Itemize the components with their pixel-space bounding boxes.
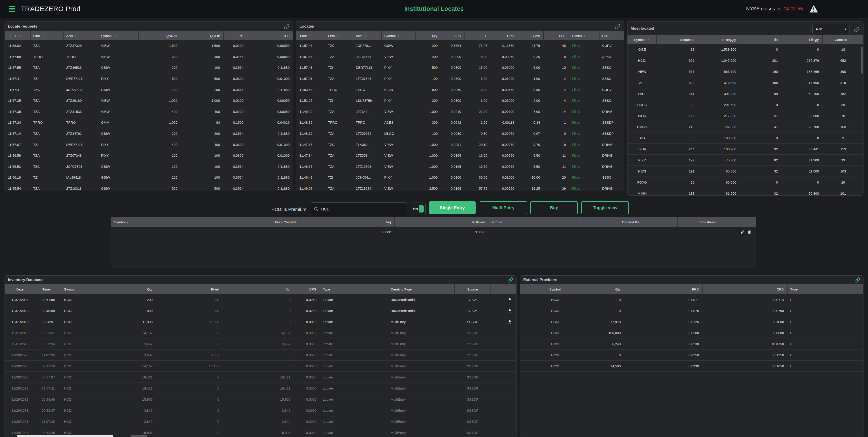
column-header-status[interactable]: Status (569, 31, 599, 40)
premium-on-toggle[interactable]: ON (411, 202, 426, 215)
column-header-cps[interactable]: CPS (491, 31, 518, 40)
table-row[interactable]: 11:49:20TZA2TZ340...VIEW1,0000.021021.00… (296, 106, 624, 117)
download-icon[interactable] (507, 319, 512, 324)
table-row[interactable]: 11:57:41TZIDER77113PIXY5005000.03000.010… (5, 73, 293, 84)
column-header-cost[interactable]: Cost (518, 31, 544, 40)
table-row[interactable]: VIEW567663,700190188,466390 (627, 66, 863, 77)
column-header-time[interactable]: Time↓ (296, 31, 325, 40)
column-header-type[interactable]: Type (787, 284, 864, 294)
column-header-symbol[interactable]: Symbol (627, 35, 657, 44)
link-icon[interactable] (284, 24, 289, 29)
table-row[interactable]: CMND215122,8004728,700168 (627, 121, 863, 132)
table-row[interactable]: HCDI6,2400.02300.01150L (520, 338, 863, 349)
table-row[interactable]: 11:56:19TZIIAL99418GSIW1001000.35640.118… (5, 172, 293, 183)
column-header-firm[interactable]: Firm (31, 31, 64, 40)
column-header-created-by[interactable]: Created By (583, 217, 678, 227)
vertical-scrollbar-thumb[interactable] (861, 46, 863, 74)
filter-funnel-icon[interactable] (647, 38, 650, 41)
table-row[interactable]: 12/01/202302:38:51HCDI11,90811,90800.000… (5, 316, 516, 327)
column-header-acct[interactable]: Acct (353, 31, 381, 40)
link-icon[interactable] (615, 24, 620, 29)
column-header-price-override[interactable]: Price Override (206, 217, 301, 227)
table-row[interactable]: SDA9103,000009 (627, 132, 863, 144)
column-header-reqqty[interactable]: ↓ReqQty (698, 35, 740, 44)
filter-funnel-icon[interactable] (613, 34, 616, 37)
column-header-symbol[interactable]: Symbol (61, 284, 88, 294)
download-icon[interactable] (507, 297, 512, 302)
table-row[interactable]: 11:56:53TZCJOP27823GSIW1001000.35640.118… (5, 161, 293, 172)
column-header-fillqty[interactable]: FillQty (781, 35, 823, 44)
column-header-fps[interactable]: FPS (223, 31, 247, 40)
table-row[interactable]: 12/01/202309:51:55HCDI20020000.0250Locat… (5, 294, 516, 305)
table-row[interactable]: 11:57:43TZIDER77113PIXY5000.030015.000.0… (296, 62, 624, 73)
column-header-symbol[interactable]: Symbol (381, 31, 416, 40)
link-icon[interactable] (855, 277, 860, 283)
table-row[interactable]: 12/01/202300:33:56HCDI3,60703,6070.0000L… (5, 338, 516, 349)
column-header-firm-id[interactable]: Firm Id (489, 217, 583, 227)
link-icon[interactable] (854, 27, 860, 32)
column-header-cps[interactable]: CPS (294, 284, 320, 294)
column-header-timestamp[interactable]: Timestamp (678, 217, 737, 227)
table-row[interactable]: 11:48:19TZA2TZ06552MLGO1000.00300.300.00… (296, 128, 624, 139)
filter-funnel-icon[interactable] (41, 34, 44, 37)
table-row[interactable]: ALT800313,800485214,600315 (627, 77, 863, 88)
download-icon[interactable] (507, 308, 512, 313)
table-row[interactable]: 11:57:44TZA2TZ31533VIEW4000.02008.000.00… (296, 51, 624, 62)
table-row[interactable]: 11/30/202311:01:36HCDI3,6073,60700.0000L… (5, 349, 516, 361)
table-row[interactable]: HCDI17,9780.01250.01000L (520, 316, 863, 327)
table-row[interactable]: 11:57:14TZA2TZ34762GSIW2002000.35640.118… (5, 128, 293, 139)
filter-funnel-icon[interactable] (583, 34, 586, 37)
table-row[interactable]: 11:51:25TZILSU78756PIXY2000.03006.000.01… (296, 95, 624, 106)
column-header-time[interactable]: Time↓ (35, 284, 61, 294)
buy-button[interactable]: Buy (530, 201, 578, 214)
table-row[interactable]: 11:58:02TZA2TZ37329VIEW1,5001,5000.02000… (5, 40, 293, 51)
table-row[interactable]: 11/29/202307:57:41HCDI18,421018,4210.000… (5, 383, 516, 394)
table-row[interactable]: 11:47:34TZA2TZ053...VIEW1,0000.016516.50… (296, 150, 624, 161)
symbol-search-input[interactable] (321, 207, 403, 212)
table-row[interactable]: HCDI00.00710.00714L (520, 294, 863, 305)
column-header-qtyreq[interactable]: QtyReq (138, 31, 181, 40)
column-header-qty[interactable]: Qty (416, 31, 441, 40)
table-row[interactable]: 12/01/202300:33:57HCDI14,197014,1970.000… (5, 327, 516, 338)
table-row[interactable]: 11/28/202311:07:25HCDI3,84203,8420.0000L… (5, 416, 516, 427)
single-entry-button[interactable]: Single Entry (429, 201, 475, 214)
table-row[interactable]: 11:57:24TPROTPROGMM1,000930.15060.04016 (5, 117, 293, 128)
table-row[interactable]: 11:57:55TZA2TZ36533GSIW1001000.35640.118… (5, 62, 293, 73)
table-row[interactable]: HCDI00.02500.01250L (520, 349, 863, 361)
column-header-fps[interactable]: ↑FPS (624, 284, 703, 294)
link-icon[interactable] (507, 277, 513, 283)
horizontal-scrollbar-thumb[interactable] (17, 435, 113, 437)
table-row[interactable]: 11:46:57TZA2TZ19703VIEW1,0000.016516.500… (296, 161, 624, 172)
table-row[interactable]: 11:47:53TZCTLA382...VIEW1,0000.029129.10… (296, 139, 624, 150)
table-row[interactable]: 11:57:41TZCJOP27823GSIW2002000.35640.118… (5, 84, 293, 95)
column-header-symbol[interactable]: Symbol↑ (111, 217, 206, 227)
table-row[interactable]: 11:53:53TPROTPROELAB5000.00603.000.00160… (296, 84, 624, 95)
filter-funnel-icon[interactable] (364, 34, 367, 37)
column-header-fee[interactable]: FEE (465, 31, 491, 40)
table-row[interactable]: MINM13361,0003220,800101 (627, 188, 863, 195)
column-header-fps[interactable]: FPS (441, 31, 465, 40)
table-row[interactable]: HCDI14,5000.03300.01650L (520, 361, 863, 372)
table-row[interactable]: 11/29/202300:39:48HCDI15,906015,9060.000… (5, 394, 516, 405)
column-header-vig[interactable]: Vig (301, 217, 395, 227)
table-row[interactable]: 11/30/202300:37:07HCDI18,421018,4210.000… (5, 372, 516, 383)
table-row[interactable]: BIOR126217,0005782,50070 (627, 110, 863, 121)
table-row[interactable]: FOXO2665,6000026 (627, 177, 863, 188)
table-row[interactable]: HCDI9261,047,600301270,876652 (627, 55, 863, 66)
column-header-symbol[interactable]: Symbol (98, 31, 138, 40)
filter-funnel-icon[interactable] (114, 34, 117, 37)
column-header-qty[interactable]: Qty (590, 284, 624, 294)
table-row[interactable]: 11:55:54TZA2TZ10311GSIW5005000.35640.118… (5, 183, 293, 191)
table-row[interactable]: GGE181,539,3000018 (627, 44, 863, 55)
column-header-fills[interactable]: Fills (740, 35, 781, 44)
table-row[interactable]: 11/30/202302:41:59HCDI14,19714,19700.000… (5, 361, 516, 372)
table-row[interactable]: 11:57:59TPROTPROVIEW3003000.02440.00650 (5, 51, 293, 62)
filter-funnel-icon[interactable] (74, 34, 77, 37)
column-header-acct[interactable]: Acct (64, 31, 98, 40)
table-row[interactable]: NEXI19165,8003211,000163 (627, 166, 863, 177)
toggle-view-button[interactable]: Toggle view (581, 201, 629, 214)
column-header-source[interactable]: Source (455, 284, 491, 294)
column-header-avl[interactable]: Avl (223, 284, 294, 294)
table-row[interactable]: PIXY17975,8008231,30099 (627, 155, 863, 166)
column-header-requests[interactable]: Requests (657, 35, 698, 44)
